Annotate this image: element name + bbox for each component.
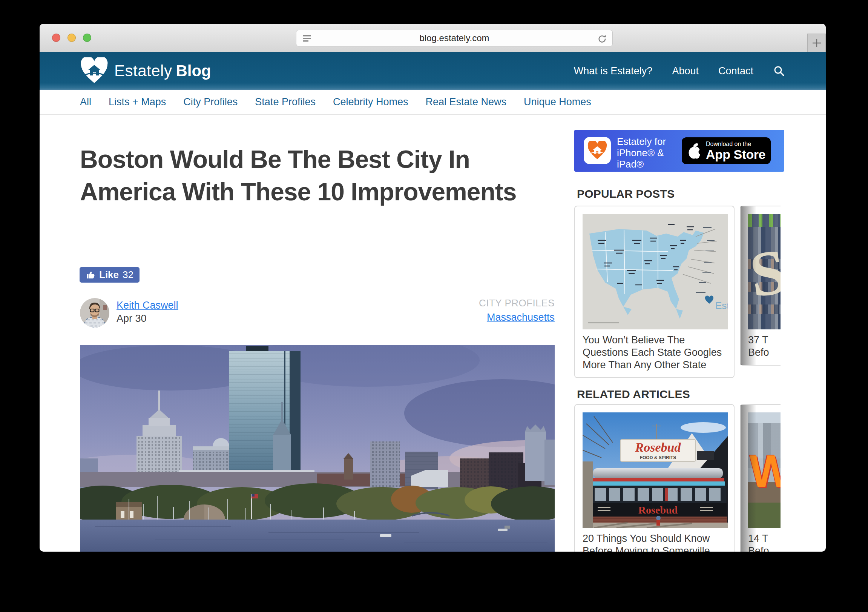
popular-post-card[interactable]: Esta You Won’t Believe The Questions Eac… (574, 206, 735, 378)
subnav-state-profiles[interactable]: State Profiles (255, 96, 316, 108)
category-nav: All Lists + Maps City Profiles State Pro… (40, 90, 826, 115)
app-store-banner[interactable]: Estately for iPhone® & iPad® Download on… (574, 130, 784, 172)
rosebud-body-sign: Rosebud (639, 504, 678, 516)
related-articles-carousel: Rosebud FOOD & SPIRITS (574, 404, 781, 551)
app-banner-text: Estately for iPhone® & iPad® (617, 136, 666, 170)
author-name-link[interactable]: Keith Caswell (116, 300, 178, 311)
rosebud-diner-thumbnail: Rosebud FOOD & SPIRITS (583, 412, 728, 528)
rosebud-roof-sign: Rosebud (635, 440, 681, 454)
thumbs-up-icon (85, 270, 95, 280)
nav-about[interactable]: About (672, 65, 699, 77)
reader-view-icon[interactable] (302, 34, 312, 45)
related-articles-heading: RELATED ARTICLES (577, 388, 690, 401)
browser-window: blog.estately.com (40, 24, 826, 551)
estately-app-icon (584, 137, 611, 164)
close-window-button[interactable] (52, 34, 60, 42)
related-title-line2: Before Moving to Somerville (583, 545, 726, 551)
article-date: Apr 30 (116, 313, 147, 325)
badge-title: App Store (706, 148, 766, 161)
nav-what-is-estately[interactable]: What is Estately? (574, 65, 653, 77)
author-avatar[interactable] (80, 298, 109, 328)
nav-contact[interactable]: Contact (718, 65, 753, 77)
related-article-card-partial[interactable]: W 14 T Befo (740, 404, 781, 551)
download-app-store-badge[interactable]: Download on the App Store (682, 137, 771, 164)
us-map-thumbnail: Esta (583, 214, 728, 329)
popular-post-card-partial[interactable]: S 37 T Befo (740, 206, 781, 366)
facebook-like-button[interactable]: Like 32 (79, 267, 140, 283)
estately-heart-logo-icon[interactable] (80, 57, 108, 86)
popular-post-title: You Won’t Believe The Questions Each Sta… (583, 334, 726, 371)
subnav-city-profiles[interactable]: City Profiles (183, 96, 237, 108)
like-count: 32 (122, 269, 133, 281)
brand-suffix: Blog (176, 62, 211, 79)
location-link[interactable]: Massachusetts (487, 312, 555, 323)
category-label: CITY PROFILES (379, 297, 555, 309)
subnav-celebrity-homes[interactable]: Celebrity Homes (333, 96, 408, 108)
carousel-edge-shadow (741, 405, 756, 551)
map-watermark: Esta (715, 300, 728, 311)
subnav-all[interactable]: All (80, 96, 91, 108)
site-title[interactable]: EstatelyBlog (114, 52, 211, 90)
subnav-lists-maps[interactable]: Lists + Maps (108, 96, 166, 108)
subnav-real-estate-news[interactable]: Real Estate News (426, 96, 507, 108)
new-tab-button[interactable] (807, 34, 826, 52)
browser-titlebar: blog.estately.com (40, 24, 826, 52)
rosebud-roof-subsign: FOOD & SPIRITS (640, 455, 676, 460)
zoom-window-button[interactable] (83, 34, 91, 42)
site-header: EstatelyBlog What is Estately? About Con… (40, 52, 826, 90)
minimize-window-button[interactable] (68, 34, 76, 42)
related-article-card[interactable]: Rosebud FOOD & SPIRITS (574, 404, 735, 551)
article-photo (80, 345, 555, 551)
popular-posts-carousel: Esta You Won’t Believe The Questions Eac… (574, 206, 781, 380)
screenshot-background: blog.estately.com (0, 0, 868, 612)
like-label: Like (99, 269, 119, 281)
header-nav: What is Estately? About Contact (574, 52, 785, 90)
brand-name: Estately (114, 62, 172, 79)
url-text: blog.estately.com (296, 33, 612, 43)
subnav-unique-homes[interactable]: Unique Homes (524, 96, 591, 108)
carousel-edge-shadow (741, 207, 756, 365)
popular-posts-heading: POPULAR POSTS (577, 188, 674, 200)
apple-logo-icon (687, 142, 702, 160)
article-meta: CITY PROFILES Massachusetts (379, 297, 555, 323)
article-title: Boston Would Be The Best City In America… (80, 143, 519, 208)
reload-icon[interactable] (597, 34, 607, 45)
search-icon[interactable] (773, 65, 785, 77)
related-title-line1: 20 Things You Should Know (583, 533, 726, 545)
badge-tagline: Download on the (706, 141, 766, 148)
address-bar[interactable]: blog.estately.com (296, 30, 613, 47)
